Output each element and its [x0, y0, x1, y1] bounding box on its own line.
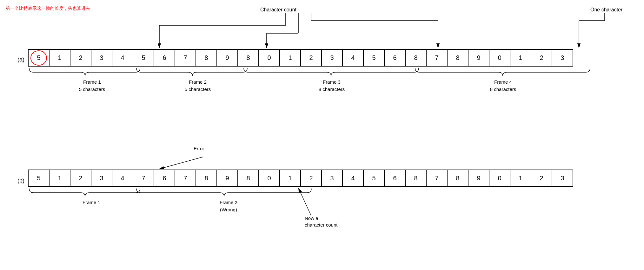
- frame1-b-label: Frame 1: [47, 199, 136, 206]
- cell-a-3: 3: [91, 49, 112, 67]
- cells-row-b: 51234767898012345687890123: [29, 170, 573, 187]
- cell-b-25: 3: [552, 170, 573, 187]
- cell-a-17: 6: [384, 49, 406, 67]
- cells-row-a: 51234567898012345687890123: [29, 49, 573, 67]
- label-a: (a): [17, 56, 24, 63]
- frame4-a-label: Frame 48 characters: [425, 79, 581, 93]
- cell-a-7: 7: [175, 49, 196, 67]
- cell-a-8: 8: [196, 49, 217, 67]
- svg-line-13: [159, 157, 203, 169]
- cell-a-21: 9: [468, 49, 489, 67]
- svg-overlay: [0, 0, 644, 270]
- error-label: Error: [194, 146, 204, 151]
- red-annotation: 第一个比特表示这一帧的长度，头也算进去: [6, 6, 90, 11]
- cell-a-19: 7: [426, 49, 448, 67]
- cell-a-15: 4: [342, 49, 364, 67]
- diagram-container: 第一个比特表示这一帧的长度，头也算进去 Character count One …: [0, 0, 644, 270]
- cell-b-19: 7: [426, 170, 448, 187]
- cell-a-4: 4: [112, 49, 133, 67]
- cell-a-18: 8: [405, 49, 427, 67]
- one-char-label: One character: [590, 7, 622, 13]
- cell-b-16: 5: [363, 170, 385, 187]
- cell-b-1: 1: [49, 170, 70, 187]
- svg-line-14: [298, 188, 311, 215]
- frame2-b-label: Frame 2(Wrong): [162, 199, 295, 213]
- cell-b-20: 8: [447, 170, 468, 187]
- cell-a-13: 2: [300, 49, 322, 67]
- cell-b-17: 6: [384, 170, 406, 187]
- cell-a-24: 2: [531, 49, 552, 67]
- cell-b-13: 2: [300, 170, 322, 187]
- cell-a-10: 8: [237, 49, 259, 67]
- cell-b-0: 5: [28, 170, 50, 187]
- frame2-a-label: Frame 25 characters: [152, 79, 244, 93]
- cell-a-12: 1: [279, 49, 301, 67]
- cell-b-5: 7: [133, 170, 154, 187]
- char-count-label: Character count: [260, 7, 296, 13]
- cell-a-23: 1: [510, 49, 531, 67]
- cell-a-20: 8: [447, 49, 468, 67]
- cell-b-6: 6: [154, 170, 175, 187]
- frame1-a-label: Frame 15 characters: [46, 79, 138, 93]
- cell-a-14: 3: [321, 49, 343, 67]
- now-char-count-label: Now acharacter count: [305, 215, 337, 228]
- cell-b-9: 9: [216, 170, 238, 187]
- cell-b-12: 1: [279, 170, 301, 187]
- cell-a-5: 5: [133, 49, 154, 67]
- cell-a-6: 6: [154, 49, 175, 67]
- frame3-a-label: Frame 38 characters: [260, 79, 403, 93]
- cell-a-11: 0: [258, 49, 280, 67]
- cell-b-21: 9: [468, 170, 489, 187]
- cell-a-1: 1: [49, 49, 70, 67]
- cell-a-22: 0: [489, 49, 510, 67]
- cell-a-25: 3: [552, 49, 573, 67]
- cell-b-11: 0: [258, 170, 280, 187]
- cell-a-9: 9: [216, 49, 238, 67]
- cell-b-7: 7: [175, 170, 196, 187]
- cell-a-2: 2: [70, 49, 91, 67]
- cell-b-10: 8: [237, 170, 259, 187]
- cell-a-16: 5: [363, 49, 385, 67]
- cell-b-15: 4: [342, 170, 364, 187]
- cell-b-2: 2: [70, 170, 91, 187]
- cell-b-3: 3: [91, 170, 112, 187]
- cell-a-0: 5: [28, 49, 50, 67]
- cell-b-23: 1: [510, 170, 531, 187]
- cell-b-4: 4: [112, 170, 133, 187]
- cell-b-14: 3: [321, 170, 343, 187]
- cell-b-8: 8: [196, 170, 217, 187]
- cell-b-22: 0: [489, 170, 510, 187]
- cell-b-18: 8: [405, 170, 427, 187]
- label-b: (b): [17, 177, 24, 184]
- cell-b-24: 2: [531, 170, 552, 187]
